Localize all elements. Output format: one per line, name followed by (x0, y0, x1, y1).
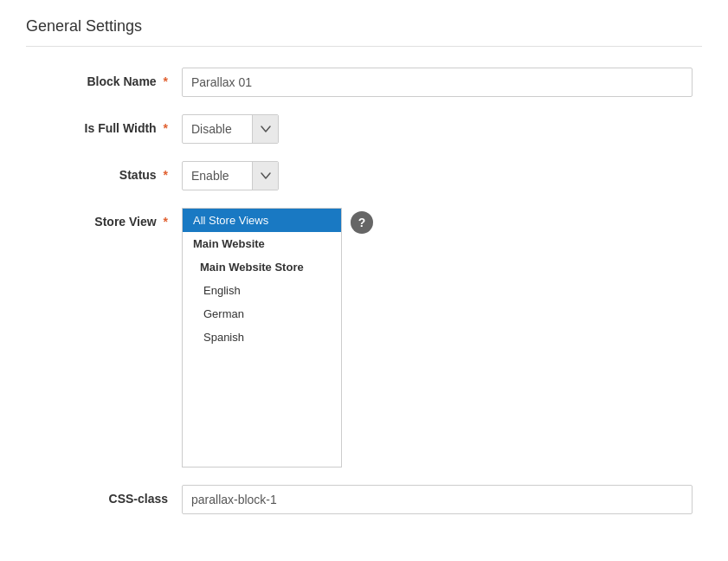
block-name-label: Block Name * (26, 68, 182, 88)
store-view-container: All Store Views Main Website Main Websit… (182, 208, 373, 468)
is-full-width-required: * (164, 121, 168, 135)
list-item[interactable]: English (183, 279, 341, 302)
is-full-width-select[interactable]: Disable (182, 114, 279, 144)
status-field: Enable (182, 161, 702, 190)
block-name-required: * (164, 74, 168, 88)
is-full-width-caret[interactable] (252, 114, 278, 144)
status-select[interactable]: Enable (182, 161, 279, 190)
status-row: Status * Enable (26, 161, 702, 190)
status-value: Enable (183, 164, 252, 188)
store-view-row: Store View * All Store Views Main Websit… (26, 208, 702, 468)
is-full-width-value: Disable (183, 117, 252, 141)
css-class-row: CSS-class (26, 485, 702, 514)
section-title: General Settings (26, 17, 702, 47)
chevron-down-icon (261, 124, 271, 134)
css-class-field (182, 485, 702, 514)
page-container: General Settings Block Name * Is Full Wi… (0, 0, 728, 549)
list-item[interactable]: Spanish (183, 326, 341, 349)
list-item[interactable]: Main Website (183, 232, 341, 255)
status-caret[interactable] (252, 161, 278, 190)
block-name-input[interactable] (182, 68, 693, 97)
store-view-required: * (164, 215, 168, 229)
css-class-label: CSS-class (26, 485, 182, 506)
store-view-field: All Store Views Main Website Main Websit… (182, 208, 702, 468)
block-name-field (182, 68, 702, 97)
list-item[interactable]: All Store Views (183, 209, 341, 232)
store-view-label: Store View * (26, 208, 182, 229)
list-item[interactable]: German (183, 302, 341, 326)
block-name-row: Block Name * (26, 68, 702, 97)
store-view-listbox[interactable]: All Store Views Main Website Main Websit… (182, 208, 342, 468)
help-icon[interactable]: ? (351, 211, 373, 234)
status-label: Status * (26, 161, 182, 182)
chevron-down-icon (261, 171, 271, 181)
css-class-input[interactable] (182, 485, 693, 514)
status-required: * (164, 168, 168, 182)
is-full-width-label: Is Full Width * (26, 114, 182, 135)
list-item[interactable]: Main Website Store (183, 255, 341, 279)
is-full-width-field: Disable (182, 114, 702, 144)
is-full-width-row: Is Full Width * Disable (26, 114, 702, 144)
